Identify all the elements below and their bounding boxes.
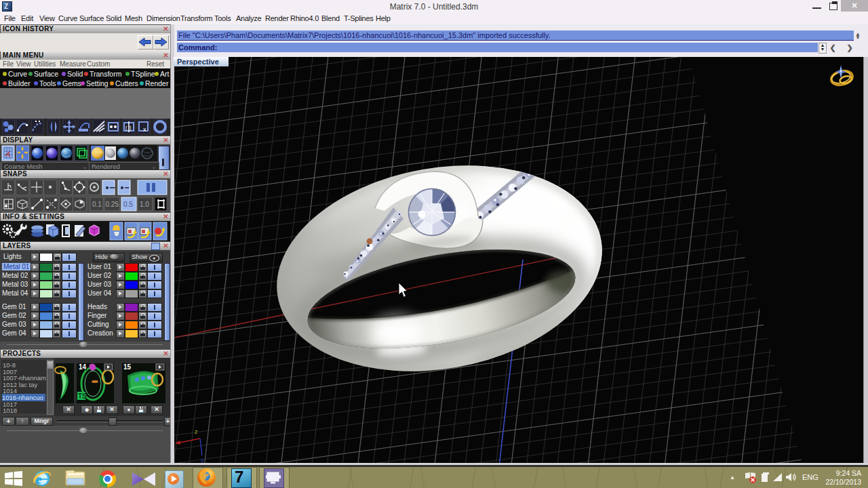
svg-text:1.0: 1.0 — [140, 201, 149, 208]
svg-text:TS: TS — [78, 392, 87, 400]
svg-text:0.5: 0.5 — [123, 201, 133, 208]
svg-text:y: y — [201, 457, 204, 463]
svg-text:0.25: 0.25 — [106, 201, 119, 208]
svg-text:]: ] — [130, 125, 131, 131]
svg-text:14: 14 — [79, 363, 87, 371]
svg-text:z: z — [195, 428, 198, 435]
svg-text:15: 15 — [123, 363, 132, 371]
svg-text:x: x — [143, 126, 146, 133]
svg-text:0.1: 0.1 — [92, 201, 102, 208]
